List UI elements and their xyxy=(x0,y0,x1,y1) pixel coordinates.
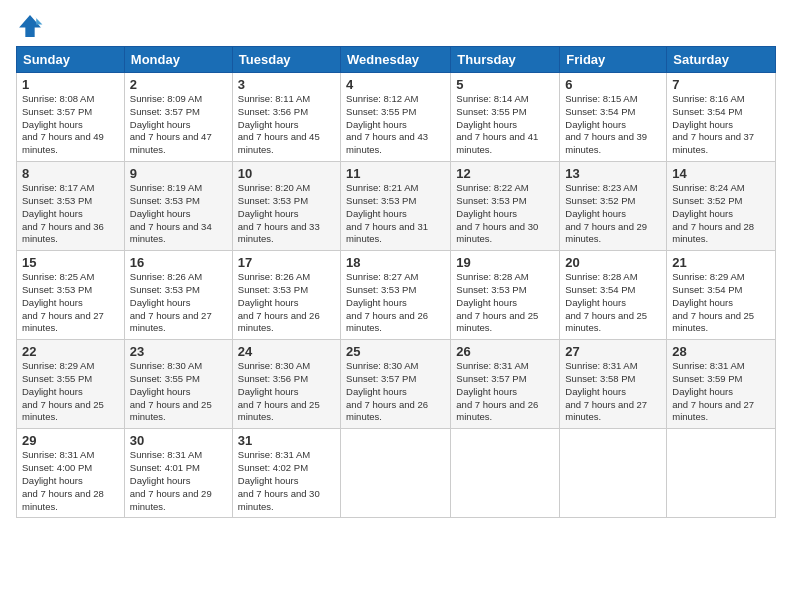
cell-text: Sunrise: 8:31 AMSunset: 4:01 PMDaylight … xyxy=(130,449,212,511)
header xyxy=(16,12,776,40)
cell-text: Sunrise: 8:09 AMSunset: 3:57 PMDaylight … xyxy=(130,93,212,155)
calendar-cell xyxy=(341,429,451,518)
cell-text: Sunrise: 8:23 AMSunset: 3:52 PMDaylight … xyxy=(565,182,647,244)
cell-text: Sunrise: 8:26 AMSunset: 3:53 PMDaylight … xyxy=(130,271,212,333)
day-number: 12 xyxy=(456,166,554,181)
calendar-cell: 13 Sunrise: 8:23 AMSunset: 3:52 PMDaylig… xyxy=(560,162,667,251)
day-number: 11 xyxy=(346,166,445,181)
cell-text: Sunrise: 8:14 AMSunset: 3:55 PMDaylight … xyxy=(456,93,538,155)
calendar-cell: 23 Sunrise: 8:30 AMSunset: 3:55 PMDaylig… xyxy=(124,340,232,429)
cell-text: Sunrise: 8:25 AMSunset: 3:53 PMDaylight … xyxy=(22,271,104,333)
calendar-cell: 1 Sunrise: 8:08 AMSunset: 3:57 PMDayligh… xyxy=(17,73,125,162)
calendar-cell: 25 Sunrise: 8:30 AMSunset: 3:57 PMDaylig… xyxy=(341,340,451,429)
cell-text: Sunrise: 8:31 AMSunset: 4:02 PMDaylight … xyxy=(238,449,320,511)
day-number: 20 xyxy=(565,255,661,270)
calendar-cell: 11 Sunrise: 8:21 AMSunset: 3:53 PMDaylig… xyxy=(341,162,451,251)
cell-text: Sunrise: 8:29 AMSunset: 3:54 PMDaylight … xyxy=(672,271,754,333)
cell-text: Sunrise: 8:08 AMSunset: 3:57 PMDaylight … xyxy=(22,93,104,155)
calendar-cell: 14 Sunrise: 8:24 AMSunset: 3:52 PMDaylig… xyxy=(667,162,776,251)
cell-text: Sunrise: 8:15 AMSunset: 3:54 PMDaylight … xyxy=(565,93,647,155)
cell-text: Sunrise: 8:19 AMSunset: 3:53 PMDaylight … xyxy=(130,182,212,244)
cell-text: Sunrise: 8:11 AMSunset: 3:56 PMDaylight … xyxy=(238,93,320,155)
calendar-cell: 29 Sunrise: 8:31 AMSunset: 4:00 PMDaylig… xyxy=(17,429,125,518)
calendar-header-row: SundayMondayTuesdayWednesdayThursdayFrid… xyxy=(17,47,776,73)
day-number: 22 xyxy=(22,344,119,359)
day-number: 2 xyxy=(130,77,227,92)
day-number: 24 xyxy=(238,344,335,359)
calendar-cell: 3 Sunrise: 8:11 AMSunset: 3:56 PMDayligh… xyxy=(232,73,340,162)
cell-text: Sunrise: 8:21 AMSunset: 3:53 PMDaylight … xyxy=(346,182,428,244)
calendar-cell xyxy=(667,429,776,518)
day-number: 19 xyxy=(456,255,554,270)
calendar-cell: 15 Sunrise: 8:25 AMSunset: 3:53 PMDaylig… xyxy=(17,251,125,340)
cell-text: Sunrise: 8:27 AMSunset: 3:53 PMDaylight … xyxy=(346,271,428,333)
page: SundayMondayTuesdayWednesdayThursdayFrid… xyxy=(0,0,792,612)
day-number: 26 xyxy=(456,344,554,359)
calendar-cell: 12 Sunrise: 8:22 AMSunset: 3:53 PMDaylig… xyxy=(451,162,560,251)
cell-text: Sunrise: 8:31 AMSunset: 4:00 PMDaylight … xyxy=(22,449,104,511)
calendar-header-friday: Friday xyxy=(560,47,667,73)
cell-text: Sunrise: 8:28 AMSunset: 3:53 PMDaylight … xyxy=(456,271,538,333)
day-number: 29 xyxy=(22,433,119,448)
calendar-header-tuesday: Tuesday xyxy=(232,47,340,73)
cell-text: Sunrise: 8:16 AMSunset: 3:54 PMDaylight … xyxy=(672,93,754,155)
calendar-header-thursday: Thursday xyxy=(451,47,560,73)
calendar-cell: 8 Sunrise: 8:17 AMSunset: 3:53 PMDayligh… xyxy=(17,162,125,251)
calendar-cell xyxy=(451,429,560,518)
cell-text: Sunrise: 8:26 AMSunset: 3:53 PMDaylight … xyxy=(238,271,320,333)
calendar-cell: 7 Sunrise: 8:16 AMSunset: 3:54 PMDayligh… xyxy=(667,73,776,162)
calendar-cell: 19 Sunrise: 8:28 AMSunset: 3:53 PMDaylig… xyxy=(451,251,560,340)
day-number: 3 xyxy=(238,77,335,92)
calendar-cell: 30 Sunrise: 8:31 AMSunset: 4:01 PMDaylig… xyxy=(124,429,232,518)
calendar-cell: 27 Sunrise: 8:31 AMSunset: 3:58 PMDaylig… xyxy=(560,340,667,429)
calendar-cell: 9 Sunrise: 8:19 AMSunset: 3:53 PMDayligh… xyxy=(124,162,232,251)
cell-text: Sunrise: 8:30 AMSunset: 3:57 PMDaylight … xyxy=(346,360,428,422)
calendar-cell: 24 Sunrise: 8:30 AMSunset: 3:56 PMDaylig… xyxy=(232,340,340,429)
calendar-cell: 5 Sunrise: 8:14 AMSunset: 3:55 PMDayligh… xyxy=(451,73,560,162)
day-number: 8 xyxy=(22,166,119,181)
day-number: 18 xyxy=(346,255,445,270)
day-number: 25 xyxy=(346,344,445,359)
logo xyxy=(16,12,48,40)
cell-text: Sunrise: 8:31 AMSunset: 3:59 PMDaylight … xyxy=(672,360,754,422)
day-number: 21 xyxy=(672,255,770,270)
calendar-cell: 16 Sunrise: 8:26 AMSunset: 3:53 PMDaylig… xyxy=(124,251,232,340)
day-number: 16 xyxy=(130,255,227,270)
cell-text: Sunrise: 8:28 AMSunset: 3:54 PMDaylight … xyxy=(565,271,647,333)
day-number: 13 xyxy=(565,166,661,181)
calendar-cell: 18 Sunrise: 8:27 AMSunset: 3:53 PMDaylig… xyxy=(341,251,451,340)
day-number: 4 xyxy=(346,77,445,92)
calendar-cell: 31 Sunrise: 8:31 AMSunset: 4:02 PMDaylig… xyxy=(232,429,340,518)
calendar-header-sunday: Sunday xyxy=(17,47,125,73)
logo-icon xyxy=(16,12,44,40)
calendar-cell: 22 Sunrise: 8:29 AMSunset: 3:55 PMDaylig… xyxy=(17,340,125,429)
day-number: 6 xyxy=(565,77,661,92)
calendar-cell: 10 Sunrise: 8:20 AMSunset: 3:53 PMDaylig… xyxy=(232,162,340,251)
cell-text: Sunrise: 8:31 AMSunset: 3:58 PMDaylight … xyxy=(565,360,647,422)
calendar-cell: 6 Sunrise: 8:15 AMSunset: 3:54 PMDayligh… xyxy=(560,73,667,162)
calendar-cell: 20 Sunrise: 8:28 AMSunset: 3:54 PMDaylig… xyxy=(560,251,667,340)
day-number: 14 xyxy=(672,166,770,181)
day-number: 10 xyxy=(238,166,335,181)
calendar-week-3: 15 Sunrise: 8:25 AMSunset: 3:53 PMDaylig… xyxy=(17,251,776,340)
cell-text: Sunrise: 8:17 AMSunset: 3:53 PMDaylight … xyxy=(22,182,104,244)
calendar-week-2: 8 Sunrise: 8:17 AMSunset: 3:53 PMDayligh… xyxy=(17,162,776,251)
calendar-header-wednesday: Wednesday xyxy=(341,47,451,73)
calendar-week-1: 1 Sunrise: 8:08 AMSunset: 3:57 PMDayligh… xyxy=(17,73,776,162)
cell-text: Sunrise: 8:29 AMSunset: 3:55 PMDaylight … xyxy=(22,360,104,422)
cell-text: Sunrise: 8:12 AMSunset: 3:55 PMDaylight … xyxy=(346,93,428,155)
calendar-cell: 17 Sunrise: 8:26 AMSunset: 3:53 PMDaylig… xyxy=(232,251,340,340)
day-number: 15 xyxy=(22,255,119,270)
calendar-cell: 4 Sunrise: 8:12 AMSunset: 3:55 PMDayligh… xyxy=(341,73,451,162)
calendar-cell: 26 Sunrise: 8:31 AMSunset: 3:57 PMDaylig… xyxy=(451,340,560,429)
calendar-cell: 2 Sunrise: 8:09 AMSunset: 3:57 PMDayligh… xyxy=(124,73,232,162)
day-number: 5 xyxy=(456,77,554,92)
day-number: 7 xyxy=(672,77,770,92)
calendar-cell xyxy=(560,429,667,518)
cell-text: Sunrise: 8:30 AMSunset: 3:55 PMDaylight … xyxy=(130,360,212,422)
day-number: 1 xyxy=(22,77,119,92)
calendar-week-5: 29 Sunrise: 8:31 AMSunset: 4:00 PMDaylig… xyxy=(17,429,776,518)
calendar-week-4: 22 Sunrise: 8:29 AMSunset: 3:55 PMDaylig… xyxy=(17,340,776,429)
cell-text: Sunrise: 8:31 AMSunset: 3:57 PMDaylight … xyxy=(456,360,538,422)
cell-text: Sunrise: 8:22 AMSunset: 3:53 PMDaylight … xyxy=(456,182,538,244)
